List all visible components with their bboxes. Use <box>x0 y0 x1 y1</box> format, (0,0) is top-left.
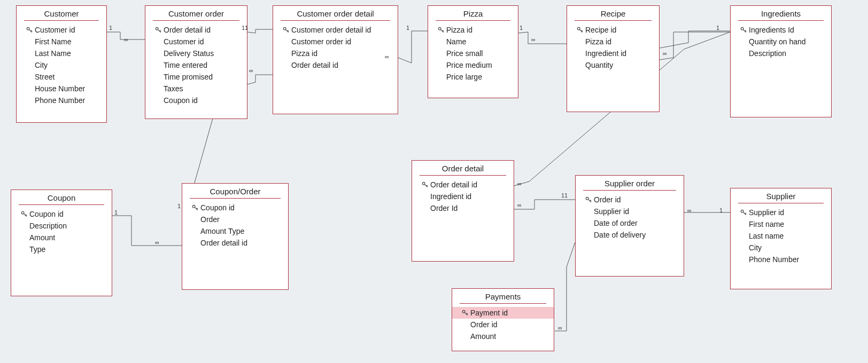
entity-field[interactable]: Street <box>24 71 99 83</box>
svg-point-11 <box>462 310 465 313</box>
field-label: Price large <box>446 73 510 81</box>
field-label: Ingredient id <box>585 49 652 58</box>
entity-field[interactable]: City <box>24 59 99 71</box>
cardinality-label: ∞ <box>155 239 159 246</box>
entity-field[interactable]: Ingredient id <box>575 48 652 59</box>
entity-field[interactable]: Phone Number <box>738 254 824 265</box>
entity-field[interactable]: Amount Type <box>190 225 281 237</box>
entity-field[interactable]: Date of order <box>583 217 676 229</box>
field-label: Phone Number <box>35 96 99 105</box>
entity-field[interactable]: Price small <box>436 48 510 59</box>
entity-field[interactable]: Price medium <box>436 59 510 71</box>
entity-field[interactable]: Customer order id <box>281 36 390 48</box>
entity-title: Coupon/Order <box>182 184 288 197</box>
entity-fields: Recipe idPizza idIngredient idQuantity <box>567 24 659 76</box>
entity-field[interactable]: Coupon id <box>190 202 281 214</box>
field-label: Description <box>29 222 104 230</box>
entity-title: Customer order detail <box>273 6 398 19</box>
entity-field[interactable]: Time entered <box>153 59 239 71</box>
entity-field[interactable]: Pizza id <box>436 24 510 36</box>
entity-customer-order[interactable]: Customer orderOrder detail idCustomer id… <box>145 5 247 119</box>
entity-field[interactable]: Taxes <box>153 83 239 94</box>
entity-payments[interactable]: PaymentsPayment idOrder idAmount <box>452 288 554 351</box>
entity-order-detail[interactable]: Order detailOrder detail idIngredient id… <box>412 160 514 262</box>
entity-field[interactable]: Quantity <box>575 59 652 71</box>
entity-coupon[interactable]: CouponCoupon idDescriptionAmountType <box>11 190 112 296</box>
entity-supplier[interactable]: SupplierSupplier idFirst nameLast nameCi… <box>730 188 832 289</box>
entity-recipe[interactable]: RecipeRecipe idPizza idIngredient idQuan… <box>567 5 660 112</box>
entity-field[interactable]: Date of delivery <box>583 229 676 241</box>
entity-supplier-order[interactable]: Supplier orderOrder idSupplier idDate of… <box>575 175 684 277</box>
entity-pizza[interactable]: PizzaPizza idNamePrice smallPrice medium… <box>428 5 518 98</box>
entity-customer-order-detail[interactable]: Customer order detailCustomer order deta… <box>273 5 398 114</box>
entity-fields: Coupon idOrderAmount TypeOrder detail id <box>182 202 288 254</box>
entity-field[interactable]: Description <box>738 48 824 59</box>
field-label: Price medium <box>446 61 510 69</box>
entity-field[interactable]: Order Id <box>420 202 506 214</box>
entity-field[interactable]: Supplier id <box>738 207 824 218</box>
entity-field[interactable]: Payment id <box>452 307 554 319</box>
entity-field[interactable]: Supplier id <box>583 206 676 217</box>
cardinality-label: 1 <box>716 25 719 31</box>
field-label: Date of delivery <box>594 231 676 239</box>
entity-field[interactable]: Order detail id <box>190 237 281 249</box>
field-label: Last name <box>749 232 824 240</box>
entity-field[interactable]: Name <box>436 36 510 48</box>
field-label: Payment id <box>470 309 546 317</box>
entity-fields: Supplier idFirst nameLast nameCityPhone … <box>731 207 831 271</box>
entity-field[interactable]: Ingredients Id <box>738 24 824 36</box>
entity-field[interactable]: Last Name <box>24 48 99 59</box>
field-label: Pizza id <box>291 49 390 58</box>
entity-customer[interactable]: CustomerCustomer idFirst NameLast NameCi… <box>16 5 107 123</box>
primary-key-icon <box>190 204 200 211</box>
entity-fields: Order detail idIngredient idOrder Id <box>412 179 514 219</box>
entity-field[interactable]: Type <box>19 243 104 255</box>
entity-field[interactable]: Amount <box>19 232 104 243</box>
svg-point-4 <box>577 27 580 30</box>
cardinality-label: ∞ <box>249 67 253 74</box>
entity-field[interactable]: Order <box>190 214 281 225</box>
entity-field[interactable]: Price large <box>436 71 510 83</box>
entity-field[interactable]: Coupon id <box>153 94 239 106</box>
cardinality-label: 1 <box>719 207 723 214</box>
field-label: City <box>35 61 99 69</box>
field-label: Coupon id <box>200 203 281 212</box>
entity-field[interactable]: Amount <box>460 330 546 342</box>
entity-field[interactable]: Customer order detail id <box>281 24 390 36</box>
entity-field[interactable]: First Name <box>24 36 99 48</box>
entity-field[interactable]: Customer id <box>24 24 99 36</box>
entity-ingredients[interactable]: IngredientsIngredients IdQuantity on han… <box>730 5 832 117</box>
entity-field[interactable]: Time promised <box>153 71 239 83</box>
entity-field[interactable]: Last name <box>738 230 824 242</box>
cardinality-label: ∞ <box>385 53 389 60</box>
entity-field[interactable]: Pizza id <box>575 36 652 48</box>
cardinality-label: 11 <box>242 25 248 31</box>
entity-field[interactable]: Delivery Status <box>153 48 239 59</box>
svg-point-1 <box>156 27 158 30</box>
entity-field[interactable]: Quantity on hand <box>738 36 824 48</box>
entity-field[interactable]: Customer id <box>153 36 239 48</box>
entity-field[interactable]: Order detail id <box>281 59 390 71</box>
entity-field[interactable]: Order id <box>583 194 676 206</box>
entity-field[interactable]: Recipe id <box>575 24 652 36</box>
field-label: Ingredient id <box>430 192 506 201</box>
entity-fields: Coupon idDescriptionAmountType <box>11 208 112 261</box>
entity-field[interactable]: Order detail id <box>153 24 239 36</box>
entity-field[interactable]: Order detail id <box>420 179 506 191</box>
cardinality-label: 1 <box>520 25 523 31</box>
entity-field[interactable]: Coupon id <box>19 208 104 220</box>
field-label: Recipe id <box>585 26 652 34</box>
entity-field[interactable]: City <box>738 242 824 254</box>
entity-coupon-order[interactable]: Coupon/OrderCoupon idOrderAmount TypeOrd… <box>182 183 289 290</box>
cardinality-label: ∞ <box>124 36 128 43</box>
entity-field[interactable]: First name <box>738 218 824 230</box>
entity-field[interactable]: Order id <box>460 319 546 330</box>
entity-field[interactable]: House Number <box>24 83 99 94</box>
entity-field[interactable]: Phone Number <box>24 94 99 106</box>
entity-divider <box>19 204 104 205</box>
primary-key-icon <box>583 196 594 203</box>
entity-field[interactable]: Ingredient id <box>420 191 506 202</box>
field-label: Type <box>29 245 104 254</box>
entity-field[interactable]: Description <box>19 220 104 232</box>
entity-field[interactable]: Pizza id <box>281 48 390 59</box>
